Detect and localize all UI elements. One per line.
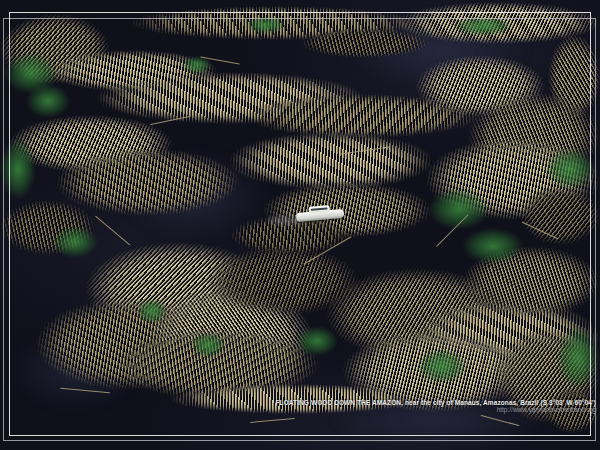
vegetation-patch <box>296 326 338 356</box>
vegetation-patch <box>556 326 600 390</box>
vegetation-patch <box>416 348 468 384</box>
vegetation-patch <box>26 84 70 118</box>
vegetation-patch <box>544 148 596 190</box>
stray-log <box>250 418 295 423</box>
vegetation-patch <box>52 226 98 258</box>
log-raft <box>520 185 600 245</box>
vegetation-patch <box>452 16 514 36</box>
vegetation-patch <box>190 332 226 358</box>
vegetation-patch <box>136 298 168 324</box>
desktop-wallpaper: FLOATING WOOD DOWN THE AMAZON, near the … <box>0 0 600 450</box>
log-raft <box>300 28 430 58</box>
caption-url: http://www.yannarthusbertrand.org <box>275 407 596 414</box>
photo-caption: FLOATING WOOD DOWN THE AMAZON, near the … <box>275 400 596 414</box>
vegetation-patch <box>462 228 524 264</box>
vegetation-patch <box>0 138 36 200</box>
aerial-photo <box>0 0 600 450</box>
vegetation-patch <box>246 16 286 34</box>
